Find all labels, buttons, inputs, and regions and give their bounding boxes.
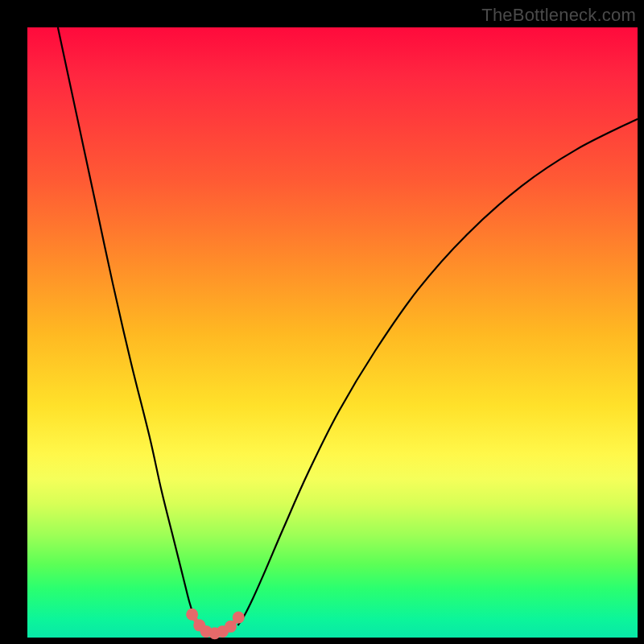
watermark-text: TheBottleneck.com — [481, 5, 636, 26]
chart-frame: TheBottleneck.com — [0, 0, 644, 644]
valley-markers — [186, 609, 245, 639]
plot-area — [27, 27, 638, 638]
curve-left-branch — [58, 27, 200, 628]
valley-marker-dot — [233, 611, 245, 623]
valley-marker-dot — [186, 609, 198, 621]
curve-layer — [27, 27, 638, 638]
curve-right-branch — [238, 119, 638, 625]
valley-marker-dot — [225, 621, 237, 633]
